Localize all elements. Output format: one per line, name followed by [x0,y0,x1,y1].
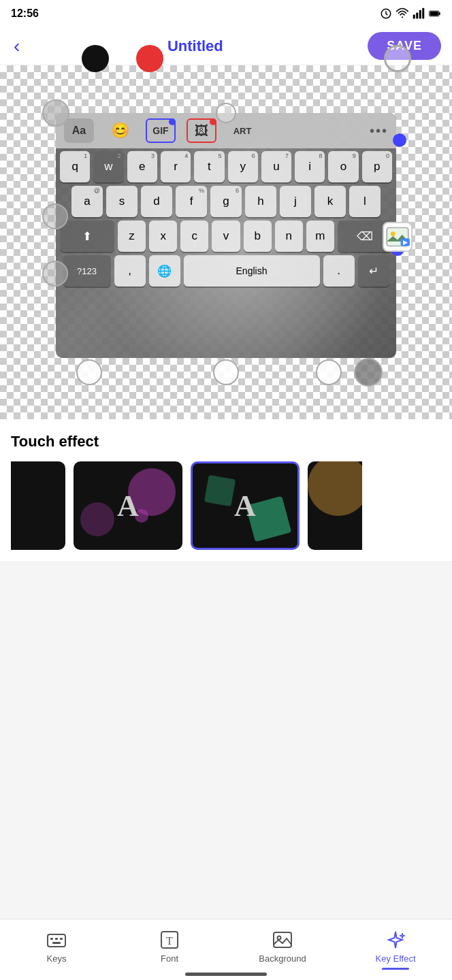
nav-background-label: Background [259,953,306,964]
key-x[interactable]: x [149,220,177,252]
nav-item-keys[interactable]: Keys [0,926,113,966]
effect-card-2-letter: A [117,489,139,523]
key-e[interactable]: e3 [127,151,157,182]
font-button[interactable]: Aa [64,118,94,143]
svg-rect-8 [430,12,438,16]
resize-handle-bc[interactable] [213,359,239,385]
nav-item-background[interactable]: Background [226,926,339,966]
key-a[interactable]: a@ [71,186,103,217]
keyboard-keys: q1 w2 e3 r4 t5 y6 u7 i8 o9 p0 a@ s d f% [56,148,396,293]
font-nav-icon: T [159,929,180,951]
data-saver-icon [380,7,392,20]
status-bar: 12:56 [0,0,452,27]
svg-rect-2 [413,15,415,19]
key-o[interactable]: o9 [328,151,358,182]
svg-text:▶: ▶ [403,239,408,246]
key-u[interactable]: u7 [261,151,291,182]
resize-handle-ml2[interactable] [42,261,68,287]
key-w[interactable]: w2 [93,151,123,182]
key-z[interactable]: z [118,220,146,252]
content-spacer [0,561,452,833]
nav-item-keyeffect[interactable]: Key Effect [339,926,452,973]
key-f[interactable]: f% [176,186,207,217]
effect-card-4[interactable] [308,461,362,550]
keyboard-icon [46,929,67,951]
page-title: Untitled [167,37,223,55]
svg-rect-13 [48,934,65,947]
key-row-4: ?123 , 🌐 English . ↵ [60,255,392,287]
bottom-nav: Keys T Font Background Key Effect [0,919,452,980]
key-k[interactable]: k [314,186,346,217]
sparkle-icon [385,929,406,951]
effect-card-3-letter: A [234,489,256,523]
key-globe[interactable]: 🌐 [149,255,180,287]
svg-text:T: T [166,935,173,947]
back-button[interactable]: ‹ [11,33,22,60]
key-row-2: a@ s d f% g6 h j k l [60,186,392,217]
effect-card-3[interactable]: A [191,461,300,550]
resize-handle-ml[interactable] [42,203,68,229]
color-white-handle[interactable] [384,45,411,72]
key-n[interactable]: n [275,220,303,252]
svg-rect-17 [52,942,61,944]
status-icons [380,7,441,20]
svg-rect-20 [274,932,291,947]
key-b[interactable]: b [244,220,272,252]
touch-effect-title: Touch effect [11,433,441,451]
resize-handle-tr[interactable] [393,133,406,147]
nav-font-label: Font [161,953,178,964]
key-space[interactable]: English [184,255,320,287]
color-red-handle[interactable] [136,45,163,72]
effect-card-2[interactable]: A [74,461,182,550]
key-comma[interactable]: , [114,255,146,287]
svg-rect-5 [422,8,424,19]
home-indicator [185,973,267,976]
canvas-area: ▶ Aa 😊 GIF 🖼 [0,65,452,419]
key-h[interactable]: h [245,186,276,217]
key-s[interactable]: s [106,186,138,217]
battery-icon [429,7,441,20]
key-q[interactable]: q1 [60,151,90,182]
key-num[interactable]: ?123 [63,255,111,287]
key-v[interactable]: v [212,220,240,252]
background-nav-icon [272,929,293,951]
image-picker-button[interactable]: ▶ [383,222,413,252]
key-y[interactable]: y6 [228,151,258,182]
resize-handle-bl[interactable] [76,359,102,385]
svg-rect-16 [60,938,63,940]
nav-item-font[interactable]: T Font [113,926,226,966]
svg-point-1 [402,16,403,18]
svg-point-10 [391,231,396,236]
key-period[interactable]: . [323,255,355,287]
keyboard-frame: Aa 😊 GIF 🖼 ART ••• [56,113,396,358]
art-button[interactable]: ART [227,118,257,143]
touch-effect-section: Touch effect A A [0,419,452,561]
resize-handle-bc2[interactable] [316,359,342,385]
key-p[interactable]: p0 [362,151,392,182]
effect-card-1[interactable] [11,461,65,550]
resize-handle-tc[interactable] [216,103,236,123]
key-enter[interactable]: ↵ [358,255,389,287]
key-row-1: q1 w2 e3 r4 t5 y6 u7 i8 o9 p0 [60,151,392,182]
key-g[interactable]: g6 [210,186,242,217]
signal-icon [413,7,425,20]
key-l[interactable]: l [349,186,381,217]
key-c[interactable]: c [180,220,208,252]
nav-keyeffect-label: Key Effect [375,953,415,964]
color-black-handle[interactable] [82,45,109,72]
gif-button[interactable]: GIF [146,118,176,143]
key-t[interactable]: t5 [194,151,224,182]
key-d[interactable]: d [141,186,172,217]
sticker-button[interactable]: 🖼 [187,118,216,143]
key-shift[interactable]: ⬆ [60,220,114,252]
resize-handle-tl[interactable] [42,99,69,127]
effect-cards-list: A A [11,461,441,550]
more-button[interactable]: ••• [370,123,388,139]
key-i[interactable]: i8 [295,151,325,182]
resize-handle-br[interactable] [354,358,383,387]
key-m[interactable]: m [306,220,334,252]
key-r[interactable]: r4 [161,151,191,182]
emoji-button[interactable]: 😊 [105,118,135,143]
key-j[interactable]: j [280,186,311,217]
key-row-3: ⬆ z x c v b n m ⌫ [60,220,392,252]
